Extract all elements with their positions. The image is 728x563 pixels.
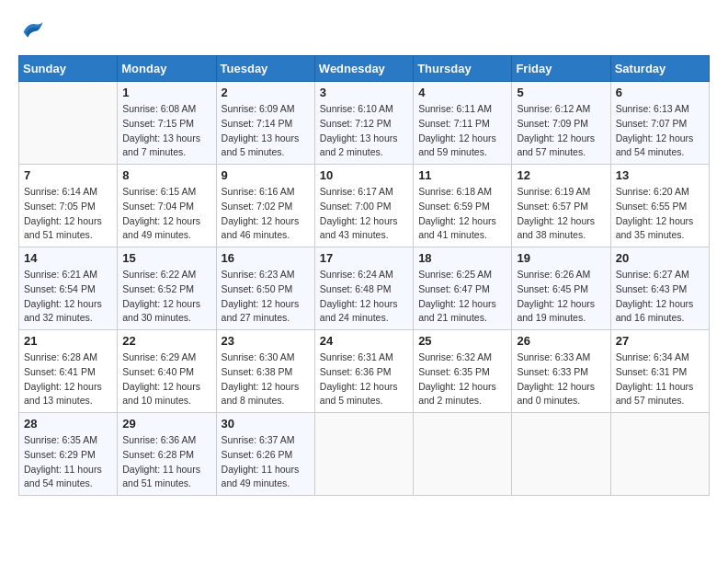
day-info: Sunrise: 6:18 AMSunset: 6:59 PMDaylight:… <box>418 185 506 243</box>
calendar-cell: 16Sunrise: 6:23 AMSunset: 6:50 PMDayligh… <box>216 247 314 330</box>
day-info: Sunrise: 6:19 AMSunset: 6:57 PMDaylight:… <box>517 185 605 243</box>
day-number: 17 <box>320 251 408 265</box>
calendar-table: SundayMondayTuesdayWednesdayThursdayFrid… <box>18 55 710 496</box>
day-number: 16 <box>222 251 310 265</box>
day-info: Sunrise: 6:24 AMSunset: 6:48 PMDaylight:… <box>320 268 408 326</box>
day-info: Sunrise: 6:17 AMSunset: 7:00 PMDaylight:… <box>320 185 408 243</box>
weekday-header-sunday: Sunday <box>19 56 118 82</box>
day-number: 11 <box>418 168 506 182</box>
day-number: 24 <box>320 334 408 348</box>
day-number: 4 <box>418 86 506 99</box>
weekday-header-tuesday: Tuesday <box>216 56 314 82</box>
day-number: 2 <box>222 86 310 99</box>
calendar-week-row: 28Sunrise: 6:35 AMSunset: 6:29 PMDayligh… <box>19 413 710 496</box>
day-number: 27 <box>616 334 704 348</box>
day-number: 21 <box>24 334 112 348</box>
calendar-cell <box>610 413 709 496</box>
calendar-cell: 1Sunrise: 6:08 AMSunset: 7:15 PMDaylight… <box>118 82 216 165</box>
weekday-header-friday: Friday <box>512 56 610 82</box>
day-number: 13 <box>616 168 704 182</box>
day-number: 14 <box>24 251 112 265</box>
day-number: 30 <box>222 417 310 431</box>
day-info: Sunrise: 6:15 AMSunset: 7:04 PMDaylight:… <box>122 185 210 243</box>
calendar-cell: 26Sunrise: 6:33 AMSunset: 6:33 PMDayligh… <box>512 330 610 413</box>
day-info: Sunrise: 6:35 AMSunset: 6:29 PMDaylight:… <box>24 433 112 491</box>
day-info: Sunrise: 6:33 AMSunset: 6:33 PMDaylight:… <box>517 350 605 408</box>
day-info: Sunrise: 6:08 AMSunset: 7:15 PMDaylight:… <box>122 102 210 160</box>
day-info: Sunrise: 6:16 AMSunset: 7:02 PMDaylight:… <box>222 185 310 243</box>
calendar-cell: 14Sunrise: 6:21 AMSunset: 6:54 PMDayligh… <box>19 247 118 330</box>
day-number: 10 <box>320 168 408 182</box>
day-info: Sunrise: 6:26 AMSunset: 6:45 PMDaylight:… <box>517 268 605 326</box>
weekday-header-row: SundayMondayTuesdayWednesdayThursdayFrid… <box>19 56 710 82</box>
calendar-cell: 22Sunrise: 6:29 AMSunset: 6:40 PMDayligh… <box>118 330 216 413</box>
weekday-header-saturday: Saturday <box>610 56 709 82</box>
day-number: 7 <box>24 168 112 182</box>
day-number: 9 <box>222 168 310 182</box>
calendar-cell: 12Sunrise: 6:19 AMSunset: 6:57 PMDayligh… <box>512 165 610 247</box>
calendar-cell: 21Sunrise: 6:28 AMSunset: 6:41 PMDayligh… <box>19 330 118 413</box>
day-info: Sunrise: 6:11 AMSunset: 7:11 PMDaylight:… <box>418 102 506 160</box>
day-info: Sunrise: 6:28 AMSunset: 6:41 PMDaylight:… <box>24 350 112 408</box>
day-number: 18 <box>418 251 506 265</box>
calendar-cell: 3Sunrise: 6:10 AMSunset: 7:12 PMDaylight… <box>314 82 413 165</box>
weekday-header-wednesday: Wednesday <box>314 56 413 82</box>
day-number: 20 <box>616 251 704 265</box>
day-info: Sunrise: 6:14 AMSunset: 7:05 PMDaylight:… <box>24 185 112 243</box>
day-info: Sunrise: 6:25 AMSunset: 6:47 PMDaylight:… <box>418 268 506 326</box>
calendar-cell: 15Sunrise: 6:22 AMSunset: 6:52 PMDayligh… <box>118 247 216 330</box>
day-number: 25 <box>418 334 506 348</box>
day-number: 3 <box>320 86 408 99</box>
logo-bird-icon <box>18 18 44 40</box>
day-info: Sunrise: 6:09 AMSunset: 7:14 PMDaylight:… <box>222 102 310 160</box>
day-info: Sunrise: 6:34 AMSunset: 6:31 PMDaylight:… <box>616 350 704 408</box>
calendar-cell: 8Sunrise: 6:15 AMSunset: 7:04 PMDaylight… <box>118 165 216 247</box>
day-info: Sunrise: 6:12 AMSunset: 7:09 PMDaylight:… <box>517 102 605 160</box>
calendar-cell <box>414 413 512 496</box>
calendar-cell: 10Sunrise: 6:17 AMSunset: 7:00 PMDayligh… <box>314 165 413 247</box>
calendar-cell <box>19 82 118 165</box>
day-info: Sunrise: 6:31 AMSunset: 6:36 PMDaylight:… <box>320 350 408 408</box>
day-number: 26 <box>517 334 605 348</box>
day-number: 12 <box>517 168 605 182</box>
calendar-week-row: 21Sunrise: 6:28 AMSunset: 6:41 PMDayligh… <box>19 330 710 413</box>
logo <box>18 18 48 40</box>
day-info: Sunrise: 6:10 AMSunset: 7:12 PMDaylight:… <box>320 102 408 160</box>
day-number: 6 <box>616 86 704 99</box>
calendar-cell: 2Sunrise: 6:09 AMSunset: 7:14 PMDaylight… <box>216 82 314 165</box>
day-number: 15 <box>122 251 210 265</box>
day-info: Sunrise: 6:22 AMSunset: 6:52 PMDaylight:… <box>122 268 210 326</box>
day-info: Sunrise: 6:30 AMSunset: 6:38 PMDaylight:… <box>222 350 310 408</box>
calendar-cell: 7Sunrise: 6:14 AMSunset: 7:05 PMDaylight… <box>19 165 118 247</box>
calendar-cell: 30Sunrise: 6:37 AMSunset: 6:26 PMDayligh… <box>216 413 314 496</box>
day-number: 22 <box>122 334 210 348</box>
calendar-cell: 28Sunrise: 6:35 AMSunset: 6:29 PMDayligh… <box>19 413 118 496</box>
day-number: 8 <box>122 168 210 182</box>
calendar-week-row: 1Sunrise: 6:08 AMSunset: 7:15 PMDaylight… <box>19 82 710 165</box>
day-info: Sunrise: 6:29 AMSunset: 6:40 PMDaylight:… <box>122 350 210 408</box>
calendar-cell: 20Sunrise: 6:27 AMSunset: 6:43 PMDayligh… <box>610 247 709 330</box>
calendar-week-row: 14Sunrise: 6:21 AMSunset: 6:54 PMDayligh… <box>19 247 710 330</box>
day-info: Sunrise: 6:20 AMSunset: 6:55 PMDaylight:… <box>616 185 704 243</box>
day-number: 5 <box>517 86 605 99</box>
calendar-cell: 24Sunrise: 6:31 AMSunset: 6:36 PMDayligh… <box>314 330 413 413</box>
calendar-week-row: 7Sunrise: 6:14 AMSunset: 7:05 PMDaylight… <box>19 165 710 247</box>
page-header <box>18 18 710 40</box>
day-info: Sunrise: 6:27 AMSunset: 6:43 PMDaylight:… <box>616 268 704 326</box>
day-info: Sunrise: 6:37 AMSunset: 6:26 PMDaylight:… <box>222 433 310 491</box>
day-info: Sunrise: 6:23 AMSunset: 6:50 PMDaylight:… <box>222 268 310 326</box>
calendar-cell: 23Sunrise: 6:30 AMSunset: 6:38 PMDayligh… <box>216 330 314 413</box>
calendar-cell: 11Sunrise: 6:18 AMSunset: 6:59 PMDayligh… <box>414 165 512 247</box>
day-number: 28 <box>24 417 112 431</box>
day-info: Sunrise: 6:32 AMSunset: 6:35 PMDaylight:… <box>418 350 506 408</box>
day-number: 1 <box>122 86 210 99</box>
day-info: Sunrise: 6:21 AMSunset: 6:54 PMDaylight:… <box>24 268 112 326</box>
calendar-cell: 6Sunrise: 6:13 AMSunset: 7:07 PMDaylight… <box>610 82 709 165</box>
calendar-cell: 29Sunrise: 6:36 AMSunset: 6:28 PMDayligh… <box>118 413 216 496</box>
calendar-cell: 27Sunrise: 6:34 AMSunset: 6:31 PMDayligh… <box>610 330 709 413</box>
calendar-cell <box>314 413 413 496</box>
calendar-cell: 19Sunrise: 6:26 AMSunset: 6:45 PMDayligh… <box>512 247 610 330</box>
weekday-header-monday: Monday <box>118 56 216 82</box>
calendar-cell <box>512 413 610 496</box>
day-number: 23 <box>222 334 310 348</box>
